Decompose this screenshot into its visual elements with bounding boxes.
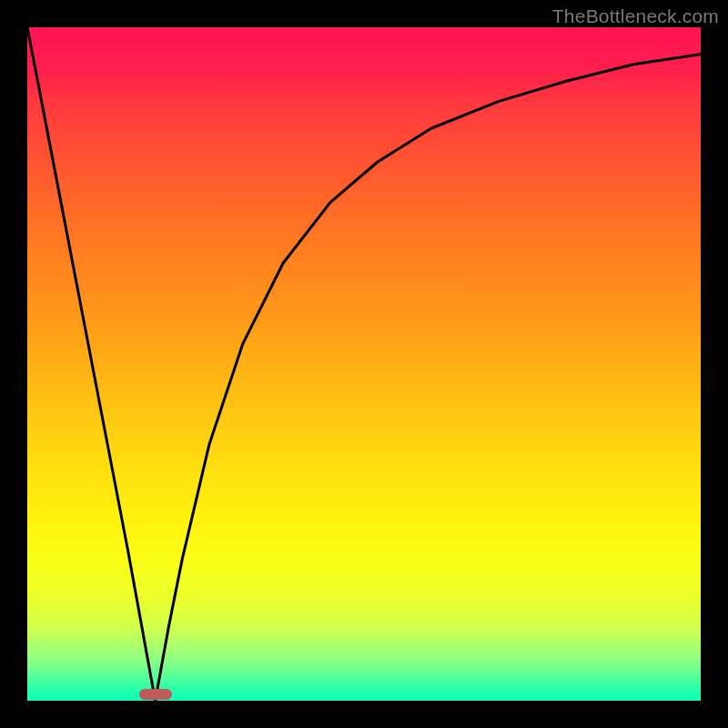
curve-path — [27, 27, 701, 701]
bottleneck-curve — [27, 27, 701, 701]
chart-frame: TheBottleneck.com — [0, 0, 728, 728]
optimum-marker — [139, 689, 172, 700]
plot-area — [27, 27, 701, 701]
attribution-text: TheBottleneck.com — [552, 5, 719, 27]
